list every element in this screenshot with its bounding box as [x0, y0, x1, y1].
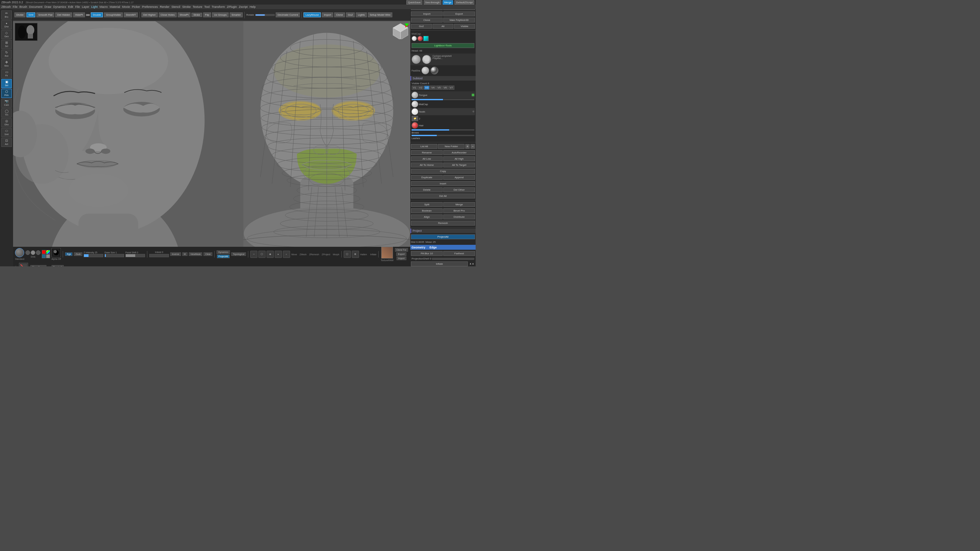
inflate-btn[interactable]: Inflate	[411, 262, 468, 266]
rotate-slider[interactable]	[255, 14, 275, 16]
menu-file2[interactable]: File	[75, 5, 80, 8]
farthest-btn[interactable]: Farthest	[443, 251, 475, 256]
menu-zscript[interactable]: Zscript	[239, 5, 248, 8]
lazy-mouse-btn[interactable]: LazyMouse	[304, 13, 321, 17]
setup-wire-btn[interactable]: Setup Model Wire	[368, 13, 393, 17]
subdiv-v4-btn[interactable]: V4	[430, 86, 436, 90]
new-folder-btn[interactable]: New Folder	[438, 144, 465, 149]
zproject-btn-icon[interactable]: ⬧	[275, 251, 282, 258]
del-hidden-btn[interactable]: Del Hidden	[55, 13, 72, 17]
texture-thumb[interactable]	[381, 247, 393, 259]
color-gradient[interactable]	[46, 250, 50, 254]
sidebar-ghost[interactable]: ◎ Gho	[1, 118, 12, 127]
tray-left-btn[interactable]: Tray Left	[52, 265, 64, 266]
boolean-btn[interactable]: Boolean	[411, 208, 442, 213]
inflate-btn-icon[interactable]: ⊕	[352, 251, 359, 258]
smarter-btn[interactable]: Smarter	[230, 13, 243, 17]
color-blue[interactable]	[42, 254, 46, 258]
sidebar-select[interactable]: ▣ Sel	[1, 79, 12, 88]
sidebar-transp[interactable]: ◯ Trn	[1, 108, 12, 118]
list-remove-btn[interactable]: −	[470, 144, 475, 149]
sidebar-geo[interactable]: ◇ Geo	[1, 30, 12, 39]
fastsha-ball[interactable]	[422, 67, 429, 75]
list-add-btn[interactable]: +	[465, 144, 470, 149]
import-btn[interactable]: Import	[322, 13, 333, 17]
clear-btn[interactable]: Clear	[204, 252, 212, 256]
clone-tool-btn[interactable]: Clone	[411, 17, 442, 22]
lights-btn[interactable]: Lights	[356, 13, 366, 17]
project-all-btn[interactable]: ProjectAll	[411, 234, 475, 239]
distribute-btn[interactable]: Distribute	[443, 214, 475, 219]
sidebar-camera[interactable]: 📷 Cam	[1, 98, 12, 108]
menu-brush[interactable]: Brush	[20, 5, 27, 8]
dot2[interactable]	[31, 250, 35, 255]
color-red-dot[interactable]	[417, 36, 423, 41]
sidebar-draw[interactable]: ⬥ Drw	[1, 20, 12, 29]
import-bt-btn[interactable]: Import	[396, 257, 406, 260]
remesh-btn[interactable]: Remesh	[411, 221, 475, 225]
tongue-slider[interactable]	[412, 99, 474, 100]
zremesh-btn-icon[interactable]: ◈	[267, 251, 274, 258]
menu-file[interactable]: File	[13, 5, 18, 8]
menu-edit[interactable]: Edit	[68, 5, 73, 8]
color-grey[interactable]	[46, 254, 50, 258]
all-to-target-btn[interactable]: All To Target	[443, 162, 475, 167]
menu-zbrush[interactable]: ZBrush	[1, 5, 11, 8]
project-all-bt-btn[interactable]: ProjectAll	[217, 255, 230, 258]
menu-light[interactable]: Light	[91, 5, 98, 8]
sidebar-actual[interactable]: ⊡ Act	[1, 138, 12, 147]
color-white-dot[interactable]	[412, 36, 417, 41]
rename-btn[interactable]: Rename	[411, 150, 442, 155]
default-zscript-btn[interactable]: DefaultZScript	[454, 0, 474, 5]
list-item-teeth[interactable]: Teeth ⚙	[411, 108, 475, 115]
draw-size-slider[interactable]	[105, 254, 124, 257]
hatten-btn-icon[interactable]: ⬠	[344, 251, 351, 258]
dot3[interactable]	[36, 250, 40, 255]
nav-cube[interactable]	[392, 23, 409, 39]
menu-render[interactable]: Render	[160, 5, 170, 8]
color-cyan-block[interactable]	[423, 36, 429, 41]
hair-slider[interactable]	[412, 129, 474, 130]
uv-groups-btn[interactable]: Uv Groups	[212, 13, 228, 17]
sidebar-frame[interactable]: ⬡ Frm	[1, 89, 12, 98]
lightbox-tools-btn[interactable]: Lightbox>Tools	[412, 43, 474, 48]
m-btn[interactable]: M	[182, 252, 188, 256]
menu-help[interactable]: Help	[250, 5, 256, 8]
align-btn[interactable]: Align	[411, 214, 442, 219]
left-viewport[interactable]	[13, 21, 243, 247]
menu-layer[interactable]: Layer	[82, 5, 89, 8]
zsub-btn[interactable]: Zsub	[74, 252, 82, 256]
list-item-matcap[interactable]: MatCap	[411, 100, 475, 108]
auto-reorder-btn[interactable]: AutoReorder	[443, 150, 475, 155]
polymesh-ball[interactable]	[431, 67, 438, 75]
goz-btn[interactable]: GoZ	[346, 13, 355, 17]
list-item-folder[interactable]: 📁 2	[411, 116, 475, 121]
morph-btn-icon[interactable]: ⬦	[283, 251, 290, 258]
smooth-flat-btn[interactable]: Smooth Flat	[36, 13, 54, 17]
right-viewport[interactable]	[243, 21, 410, 247]
z-intensity-slider[interactable]	[84, 254, 103, 257]
go2-tool-btn[interactable]: Go2	[411, 24, 432, 29]
all-tool-btn[interactable]: All	[433, 24, 453, 29]
menu-dynamics[interactable]: Dynamics	[53, 5, 66, 8]
subdiv-v2-btn[interactable]: V2	[418, 86, 424, 90]
merge-btn2[interactable]: Merge	[443, 202, 475, 207]
gmt-btn[interactable]: Gmt	[27, 13, 35, 17]
main-canvas[interactable]	[13, 21, 410, 247]
sidebar-move[interactable]: ✥ Mov	[1, 59, 12, 68]
menu-zplugin[interactable]: ZPlugin	[227, 5, 237, 8]
menu-movie[interactable]: Movie	[122, 5, 130, 8]
border-btn[interactable]	[86, 14, 90, 16]
insert-btn[interactable]: Insert	[411, 181, 475, 186]
clone-txr-btn[interactable]: Clone Txr	[395, 248, 408, 252]
standard-brush-btn[interactable]	[15, 248, 24, 257]
decimate-btn[interactable]: Decimate Current	[276, 13, 300, 17]
teeth-gear-icon[interactable]: ⚙	[473, 110, 474, 113]
topological-btn[interactable]: Topological	[231, 252, 246, 256]
append-btn[interactable]: Append	[443, 175, 475, 180]
menu-macro[interactable]: Macro	[100, 5, 108, 8]
inverse-btn[interactable]: Inverse	[170, 252, 181, 256]
pa-blur-btn[interactable]: PA Blur 10	[411, 251, 442, 256]
make-poly-btn[interactable]: Make PolyMesh3D	[443, 17, 475, 22]
divide-btn[interactable]: Divide	[14, 13, 25, 17]
